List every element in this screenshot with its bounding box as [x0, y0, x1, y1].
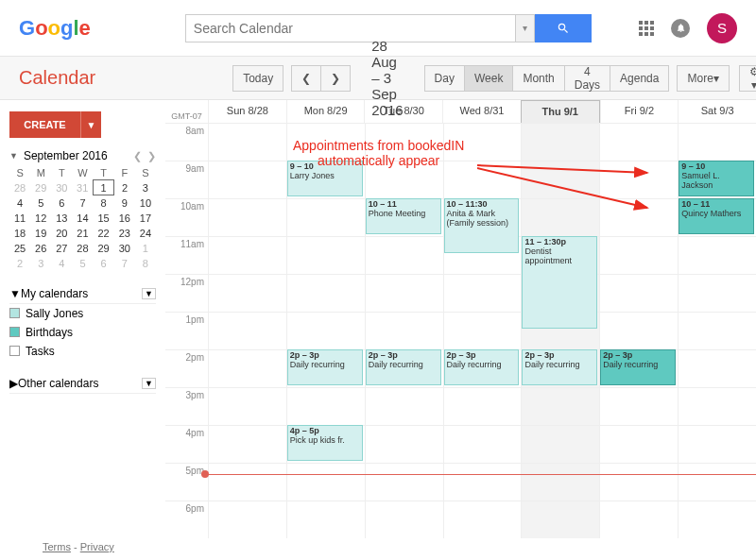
day-cell[interactable] [443, 275, 522, 312]
event[interactable]: 2p – 3pDaily recurring [522, 349, 597, 385]
view-4-days[interactable]: 4 Days [564, 65, 610, 92]
day-cell[interactable] [286, 501, 365, 538]
create-dropdown[interactable]: ▼ [80, 111, 101, 138]
day-cell[interactable] [678, 124, 756, 161]
event[interactable]: 11 – 1:30pDentist appointment [522, 236, 597, 329]
day-cell[interactable] [678, 237, 756, 274]
avatar[interactable]: S [707, 13, 737, 43]
today-button[interactable]: Today [232, 65, 284, 92]
day-cell[interactable] [286, 199, 365, 236]
day-header[interactable]: Fri 9/2 [600, 100, 679, 123]
more-button[interactable]: More ▾ [677, 65, 729, 92]
calendar-item[interactable]: Birthdays [9, 323, 156, 342]
event[interactable]: 10 – 11Phone Meeting [366, 198, 441, 234]
day-cell[interactable] [599, 199, 678, 236]
apps-icon[interactable] [639, 21, 654, 36]
day-cell[interactable] [443, 464, 522, 501]
event[interactable]: 10 – 11Quincy Mathers [679, 198, 754, 234]
my-calendars-header[interactable]: ▼My calendars▼ [9, 284, 156, 304]
day-cell[interactable] [678, 426, 756, 463]
day-header[interactable]: Tue 8/30 [364, 100, 442, 123]
day-header[interactable]: Mon 8/29 [286, 100, 365, 123]
day-cell[interactable] [286, 275, 365, 312]
day-cell[interactable] [365, 388, 443, 425]
day-cell[interactable] [365, 501, 443, 538]
event[interactable]: 2p – 3pDaily recurring [444, 349, 520, 385]
day-cell[interactable] [599, 161, 678, 198]
day-cell[interactable] [208, 501, 286, 538]
privacy-link[interactable]: Privacy [80, 541, 114, 552]
day-cell[interactable] [521, 388, 599, 425]
day-cell[interactable] [365, 313, 443, 349]
day-cell[interactable] [678, 313, 756, 349]
day-cell[interactable] [286, 313, 365, 349]
day-cell[interactable] [599, 237, 678, 274]
event[interactable]: 9 – 10Larry Jones [287, 161, 363, 196]
day-cell[interactable] [678, 275, 756, 312]
day-cell[interactable] [208, 388, 286, 425]
day-cell[interactable] [521, 426, 599, 463]
day-cell[interactable] [365, 275, 443, 312]
prev-button[interactable]: ❮ [291, 65, 320, 92]
view-agenda[interactable]: Agenda [610, 65, 669, 92]
create-button[interactable]: CREATE [9, 111, 80, 138]
day-cell[interactable] [286, 464, 365, 501]
day-cell[interactable] [208, 426, 286, 463]
day-cell[interactable] [443, 313, 522, 349]
day-header[interactable]: Wed 8/31 [442, 100, 521, 123]
event[interactable]: 2p – 3pDaily recurring [366, 349, 441, 385]
day-cell[interactable] [678, 350, 756, 387]
day-cell[interactable] [599, 464, 678, 501]
day-cell[interactable] [365, 124, 443, 161]
day-cell[interactable] [208, 464, 286, 501]
day-cell[interactable] [365, 161, 443, 198]
day-cell[interactable] [521, 464, 599, 501]
calendar-item[interactable]: Sally Jones [9, 304, 156, 323]
day-cell[interactable] [521, 199, 599, 236]
day-cell[interactable] [599, 501, 678, 538]
mini-prev[interactable]: ❮ [133, 150, 142, 162]
day-cell[interactable] [365, 464, 443, 501]
day-cell[interactable] [521, 161, 599, 198]
mini-next[interactable]: ❯ [147, 150, 156, 162]
day-cell[interactable] [443, 161, 522, 198]
day-header[interactable]: Sun 8/28 [208, 100, 286, 123]
search-dropdown[interactable]: ▾ [516, 14, 535, 42]
day-cell[interactable] [521, 124, 599, 161]
settings-button[interactable]: ⚙ ▾ [739, 65, 756, 92]
day-header[interactable]: Sat 9/3 [678, 100, 756, 123]
day-cell[interactable] [599, 426, 678, 463]
notifications-icon[interactable] [671, 19, 690, 38]
day-cell[interactable] [521, 501, 599, 538]
day-cell[interactable] [208, 124, 286, 161]
event[interactable]: 2p – 3pDaily recurring [600, 349, 676, 385]
next-button[interactable]: ❯ [320, 65, 351, 92]
day-cell[interactable] [678, 501, 756, 538]
day-cell[interactable] [208, 161, 286, 198]
day-cell[interactable] [286, 124, 365, 161]
event[interactable]: 9 – 10Samuel L. Jackson [679, 161, 754, 196]
event[interactable]: 2p – 3pDaily recurring [287, 349, 363, 385]
search-input[interactable] [185, 14, 516, 42]
day-cell[interactable] [208, 199, 286, 236]
search-button[interactable] [535, 14, 592, 42]
day-cell[interactable] [678, 464, 756, 501]
day-cell[interactable] [443, 388, 522, 425]
day-cell[interactable] [599, 124, 678, 161]
day-cell[interactable] [208, 275, 286, 312]
day-cell[interactable] [599, 388, 678, 425]
view-month[interactable]: Month [512, 65, 563, 92]
day-header[interactable]: Thu 9/1 [521, 100, 600, 123]
day-cell[interactable] [208, 313, 286, 349]
day-cell[interactable] [208, 350, 286, 387]
calendar-item[interactable]: Tasks [9, 342, 156, 361]
terms-link[interactable]: Terms [43, 541, 71, 552]
day-cell[interactable] [443, 501, 522, 538]
view-week[interactable]: Week [464, 65, 512, 92]
mini-calendar[interactable]: SMTWTFS282930311234567891011121314151617… [9, 166, 156, 271]
day-cell[interactable] [443, 124, 522, 161]
google-logo[interactable]: Google [19, 16, 91, 41]
day-cell[interactable] [208, 237, 286, 274]
day-cell[interactable] [365, 426, 443, 463]
day-cell[interactable] [599, 275, 678, 312]
